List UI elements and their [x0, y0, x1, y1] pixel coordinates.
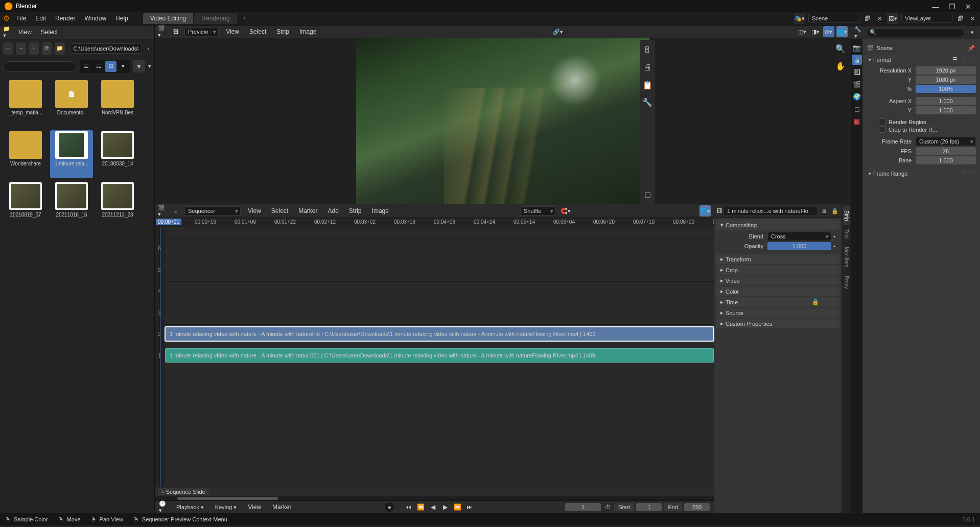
path-input[interactable]: C:\Users\user\Downloads\ [70, 43, 143, 54]
file-item-photo[interactable]: 20211016_16 [50, 181, 93, 229]
drag-handle-icon[interactable]: ⋮⋮ [823, 267, 835, 273]
crop-checkbox[interactable] [879, 126, 885, 133]
viewlayer-browse-icon[interactable]: 🖼▾ [887, 13, 898, 24]
resy-field[interactable]: 1080 px [916, 76, 976, 84]
playhead-label[interactable]: 00:00+01 [156, 219, 181, 225]
vtab-tool[interactable]: Tool [843, 225, 850, 243]
scene-name-input[interactable] [808, 14, 859, 23]
pb-keying-menu[interactable]: Keying ▾ [212, 503, 240, 512]
framerate-select[interactable]: Custom (26 fps) [916, 137, 976, 146]
pv-menu-select[interactable]: Select [246, 27, 269, 36]
pb-view-menu[interactable]: View [245, 502, 264, 512]
vtab-proxy[interactable]: Proxy [843, 272, 850, 293]
nav-back-button[interactable]: ← [3, 42, 13, 55]
file-item-folder[interactable]: NordVPN Bes [96, 79, 139, 127]
tab-output-icon[interactable]: 🖨 [852, 55, 862, 65]
section-frame-range[interactable]: ▾Frame Range⋮⋮ [865, 169, 978, 178]
props-editor-icon[interactable]: 🔧▾ [854, 28, 864, 37]
file-item-video-selected[interactable]: 1 minute rela... [50, 130, 93, 178]
workspace-tab-rendering[interactable]: Rendering [194, 13, 237, 24]
autokey-icon[interactable]: ● [385, 502, 394, 512]
clipboard-icon[interactable]: 📋 [640, 78, 655, 92]
maximize-button[interactable]: ❐ [948, 3, 955, 10]
minimize-button[interactable]: — [932, 3, 939, 10]
end-frame-field[interactable]: 250 [684, 503, 710, 511]
file-item-folder[interactable]: 📄Documents - [50, 79, 93, 127]
scene-browse-icon[interactable]: 🎭▾ [794, 13, 805, 24]
tab-texture-icon[interactable]: ▦ [852, 116, 862, 126]
keyframe-dot-icon[interactable]: • [831, 233, 837, 239]
drag-handle-icon[interactable]: ⋮⋮ [823, 309, 835, 316]
sequencer-hscroll[interactable] [155, 496, 714, 500]
filter-dropdown[interactable]: ▾ [148, 63, 151, 69]
section-source[interactable]: ▸Source⋮⋮ [716, 308, 839, 318]
workspace-tab-video-editing[interactable]: Video Editing [143, 13, 194, 24]
sequencer-mode-select[interactable]: Sequencer [184, 206, 241, 215]
scene-new-icon[interactable]: 🗐 [862, 14, 872, 23]
view-list-vert-icon[interactable]: ☰ [81, 61, 92, 72]
drag-handle-icon[interactable]: ⋮⋮ [823, 222, 835, 228]
viewlayer-new-icon[interactable]: 🗐 [955, 14, 965, 23]
close-button[interactable]: ✕ [965, 3, 972, 10]
file-item-photo[interactable]: 20211213_23 [96, 181, 139, 229]
seq-overlay-icon[interactable]: 🌐▾ [699, 205, 711, 217]
file-item-folder[interactable]: _temp_matla... [4, 79, 47, 127]
props-options-icon[interactable]: ▾ [968, 28, 977, 37]
seq-menu-view[interactable]: View [245, 206, 264, 215]
viewlayer-name-input[interactable] [901, 14, 952, 23]
keyframe-prev-button[interactable]: ⏪ [415, 502, 426, 512]
view-size-dropdown[interactable]: ▾ [118, 61, 129, 72]
preview-canvas[interactable]: 🔍 ✋ [155, 38, 851, 204]
nav-newfolder-button[interactable]: 📁 [55, 42, 64, 55]
aspx-field[interactable]: 1.000 [916, 97, 976, 105]
section-compositing[interactable]: ▾Compositing⋮⋮ [716, 220, 839, 230]
add-workspace-button[interactable]: + [238, 13, 251, 24]
playhead-line[interactable] [160, 227, 160, 487]
sequencer-type-icon[interactable]: ≡ [171, 206, 180, 215]
vtab-modifiers[interactable]: Modifiers [843, 243, 850, 272]
drag-handle-icon[interactable]: ⋮⋮ [962, 56, 974, 63]
section-color[interactable]: ▸Color⋮⋮ [716, 286, 839, 296]
tab-render-icon[interactable]: 📷 [852, 42, 862, 53]
section-transform[interactable]: ▸Transform⋮⋮ [716, 254, 839, 264]
lock-icon[interactable]: 🔒 [812, 299, 819, 305]
nav-forward-button[interactable]: → [16, 42, 26, 55]
drag-handle-icon[interactable]: ⋮⋮ [823, 277, 835, 284]
preview-type-icon[interactable]: 🖼 [171, 27, 180, 36]
filebrowser-editor-icon[interactable]: 📁▾ [3, 28, 12, 37]
drag-handle-icon[interactable]: ⋮⋮ [823, 320, 835, 327]
filter-button[interactable]: ▼ [133, 60, 145, 73]
fb-search-input[interactable] [3, 61, 77, 71]
pan-icon[interactable]: ✋ [833, 59, 848, 73]
strip-mute-icon[interactable]: 🖥 [819, 206, 828, 215]
file-item-folder[interactable]: Wondershare [4, 130, 47, 178]
fps-field[interactable]: 26 [916, 147, 976, 155]
zoom-icon[interactable]: 🔍 [833, 41, 848, 56]
render-result-icon[interactable]: 🖨 [640, 60, 655, 75]
timeline-ruler[interactable]: 00:00+01 00:00+16 00:01+06 00:01+22 00:0… [155, 218, 714, 227]
menu-help[interactable]: Help [111, 13, 133, 23]
preview-mode-select[interactable]: Preview [184, 27, 219, 36]
render-region-checkbox[interactable] [879, 118, 885, 125]
nav-up-button[interactable]: ↑ [29, 42, 39, 55]
strip-lock-icon[interactable]: 🔒 [830, 206, 839, 215]
tracks-container[interactable]: 6 5 4 3 2 1 1 minute relaxing video wit [155, 227, 714, 487]
nav-refresh-button[interactable]: ⟳ [42, 42, 52, 55]
section-crop[interactable]: ▸Crop⋮⋮ [716, 265, 839, 275]
pb-playback-menu[interactable]: Playback ▾ [173, 503, 207, 512]
menu-edit[interactable]: Edit [31, 13, 51, 23]
sequence-slide-tag[interactable]: › Sequence Slide [158, 488, 209, 495]
section-format[interactable]: ▾Format☰⋮⋮ [865, 55, 978, 64]
view-list-horiz-icon[interactable]: ☷ [93, 61, 104, 72]
blend-mode-select[interactable]: Cross [767, 232, 831, 241]
pin-icon[interactable]: 📌 [967, 43, 976, 53]
fb-menu-select[interactable]: Select [38, 28, 61, 37]
menu-file[interactable]: File [12, 13, 31, 23]
drag-handle-icon[interactable]: ⋮⋮ [823, 299, 835, 305]
vtab-strip[interactable]: Strip [843, 206, 850, 225]
timeline-editor-icon[interactable]: 🕐▾ [159, 502, 168, 512]
pb-marker-menu[interactable]: Marker [269, 502, 294, 512]
audio-strip[interactable]: 1 minute relaxing video with nature - A … [165, 348, 714, 363]
file-item-photo[interactable]: 20180830_14 [96, 130, 139, 178]
file-item-photo[interactable]: 20210819_07 [4, 181, 47, 229]
